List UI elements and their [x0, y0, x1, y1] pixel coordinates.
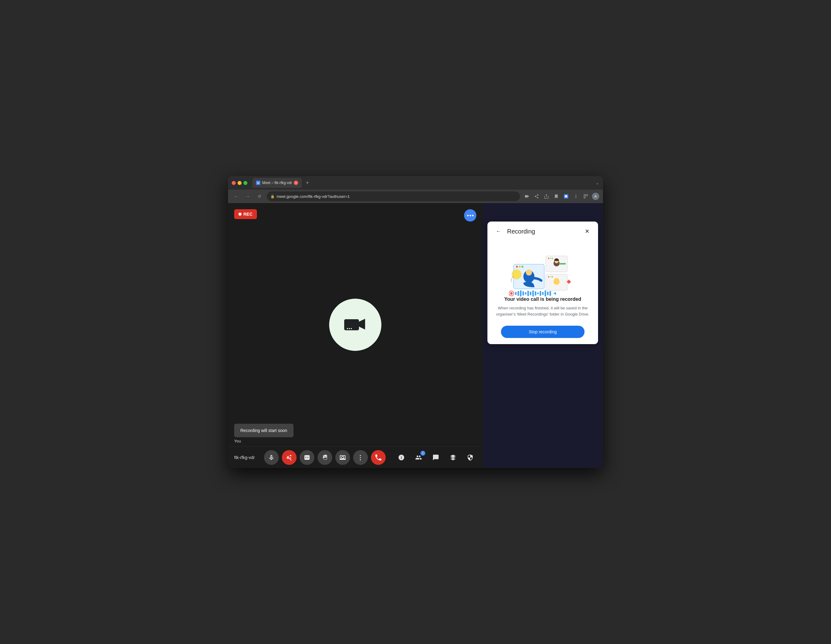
- new-tab-button[interactable]: +: [303, 178, 312, 187]
- tab-title: Meet – ftk-rfkg-vdr: [262, 181, 292, 185]
- present-button[interactable]: [335, 450, 350, 465]
- svg-point-20: [548, 258, 549, 259]
- forward-icon: →: [245, 194, 250, 199]
- back-button[interactable]: ←: [232, 192, 240, 200]
- recording-panel: ← Recording ✕: [487, 221, 598, 344]
- svg-rect-41: [532, 290, 534, 296]
- url-text: meet.google.com/ftk-rfkg-vdr?authuser=1: [277, 194, 350, 199]
- refresh-button[interactable]: ↺: [255, 192, 264, 200]
- people-badge: 1: [420, 451, 425, 456]
- recording-illustration: [509, 247, 576, 296]
- svg-rect-45: [542, 292, 544, 295]
- three-dots-icon: [467, 215, 474, 216]
- camera-button[interactable]: [282, 450, 296, 465]
- panel-heading: Your video call is being recorded: [504, 296, 581, 302]
- mic-button[interactable]: [264, 450, 279, 465]
- share-icon[interactable]: [533, 192, 540, 200]
- you-label: You: [234, 439, 241, 444]
- svg-point-18: [512, 269, 522, 279]
- panel-back-button[interactable]: ←: [494, 226, 503, 236]
- svg-point-10: [351, 328, 352, 329]
- raise-hand-button[interactable]: [317, 450, 332, 465]
- url-bar[interactable]: 🔒 meet.google.com/ftk-rfkg-vdr?authuser=…: [267, 191, 520, 201]
- refresh-icon: ↺: [258, 194, 261, 199]
- svg-rect-36: [520, 290, 522, 296]
- svg-rect-32: [554, 278, 559, 280]
- svg-point-29: [552, 276, 553, 277]
- svg-point-50: [510, 292, 513, 295]
- info-button[interactable]: [395, 452, 408, 464]
- browser-window: M Meet – ftk-rfkg-vdr × + ⌄ ← → ↺ 🔒 meet…: [228, 176, 603, 468]
- activities-button[interactable]: [447, 452, 459, 464]
- maximize-window-button[interactable]: [244, 181, 247, 185]
- svg-rect-0: [584, 194, 586, 196]
- active-tab[interactable]: M Meet – ftk-rfkg-vdr ×: [252, 178, 302, 188]
- svg-point-17: [526, 269, 532, 276]
- bookmark-icon[interactable]: [552, 192, 560, 200]
- svg-point-21: [550, 258, 551, 259]
- end-call-button[interactable]: [371, 450, 386, 465]
- extensions-icon[interactable]: [562, 192, 570, 200]
- collapse-button[interactable]: ⌄: [595, 180, 599, 185]
- notification-text: Recording will start soon: [240, 428, 287, 433]
- back-arrow-icon: ←: [496, 229, 501, 234]
- svg-point-15: [522, 266, 524, 268]
- more-options-button[interactable]: [464, 209, 476, 221]
- notification-banner: Recording will start soon: [234, 424, 293, 437]
- forward-button[interactable]: →: [244, 192, 252, 200]
- browser-menu-icon[interactable]: [572, 192, 579, 200]
- back-icon: ←: [234, 194, 238, 199]
- close-icon: ✕: [585, 228, 589, 235]
- minimize-window-button[interactable]: [237, 181, 242, 185]
- svg-rect-25: [559, 263, 566, 264]
- panel-subtext: When recording has finished, it will be …: [494, 305, 592, 317]
- captions-button[interactable]: [300, 450, 314, 465]
- host-controls-button[interactable]: [464, 452, 476, 464]
- rec-dot: [239, 213, 242, 216]
- address-bar-icons: A: [523, 192, 599, 200]
- panel-title: Recording: [507, 228, 582, 235]
- rec-label: REC: [244, 212, 253, 216]
- svg-rect-39: [527, 291, 529, 296]
- google-meet-icon: [343, 314, 368, 336]
- svg-point-27: [548, 276, 549, 277]
- svg-rect-46: [544, 290, 546, 296]
- main-content: REC: [228, 203, 603, 468]
- svg-rect-1: [586, 194, 587, 196]
- camera-toolbar-icon[interactable]: [523, 192, 530, 200]
- meeting-name: ftk-rfkg-vdr: [234, 455, 255, 460]
- svg-rect-34: [515, 292, 517, 295]
- you-text: You: [234, 439, 241, 444]
- svg-point-9: [349, 328, 350, 329]
- svg-rect-48: [549, 291, 551, 296]
- stop-recording-button[interactable]: Stop recording: [501, 326, 584, 338]
- window-controls-icon[interactable]: [582, 192, 589, 200]
- close-window-button[interactable]: [232, 181, 236, 185]
- toolbar-right: 1: [395, 452, 476, 464]
- tab-close-button[interactable]: ×: [294, 181, 298, 185]
- panel-close-button[interactable]: ✕: [582, 226, 592, 236]
- video-placeholder: [228, 203, 482, 447]
- svg-rect-38: [525, 292, 527, 295]
- chat-button[interactable]: [430, 452, 442, 464]
- svg-rect-47: [547, 292, 549, 295]
- profile-avatar[interactable]: A: [592, 192, 599, 200]
- panel-body: Your video call is being recorded When r…: [487, 241, 598, 344]
- people-button[interactable]: 1: [412, 452, 425, 464]
- svg-rect-43: [537, 293, 539, 294]
- rec-button[interactable]: REC: [234, 209, 257, 219]
- tab-favicon: M: [256, 181, 260, 185]
- svg-point-6: [353, 323, 355, 324]
- svg-marker-7: [359, 319, 365, 329]
- bottom-toolbar: ftk-rfkg-vdr: [228, 447, 482, 468]
- tab-area: M Meet – ftk-rfkg-vdr × +: [252, 178, 593, 188]
- svg-rect-2: [584, 197, 586, 198]
- svg-rect-35: [517, 291, 519, 296]
- upload-icon[interactable]: [543, 192, 550, 200]
- more-button[interactable]: ⋮: [353, 450, 368, 465]
- title-bar: M Meet – ftk-rfkg-vdr × + ⌄: [228, 176, 603, 189]
- svg-point-13: [516, 266, 518, 268]
- svg-rect-44: [540, 291, 541, 296]
- svg-rect-42: [535, 291, 536, 296]
- more-icon: ⋮: [357, 454, 364, 461]
